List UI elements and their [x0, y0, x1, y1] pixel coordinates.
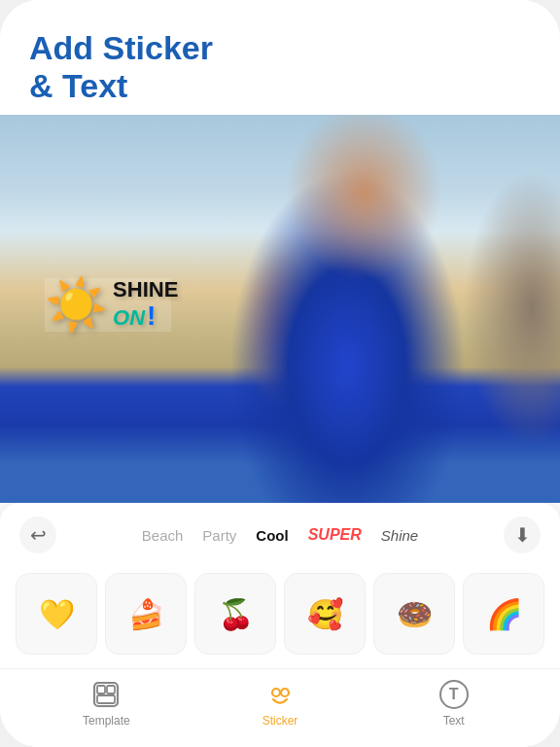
sticker-item-heart[interactable]: 💛: [16, 573, 97, 655]
shine-line2: ON: [113, 306, 145, 330]
sticker-icon: [264, 679, 296, 710]
photo-background: ☀️ SHINE ON !: [0, 115, 560, 503]
sticker-item-donut[interactable]: 🍩: [373, 573, 455, 655]
exclamation-mark: !: [147, 302, 156, 332]
title-line1: Add Sticker: [29, 29, 213, 66]
header: Add Sticker & Text: [0, 0, 560, 115]
text-icon: T: [438, 679, 470, 710]
tab-shine[interactable]: Shine: [381, 527, 418, 544]
sticker-item-cake[interactable]: 🍰: [105, 573, 187, 655]
text-t: T: [439, 680, 469, 709]
svg-rect-2: [107, 686, 115, 694]
shine-on-sticker: ☀️ SHINE ON !: [45, 278, 171, 366]
tab-bar: Template Sticker T Text: [0, 668, 560, 747]
sticker-tab-label: Sticker: [262, 714, 298, 728]
tab-sticker[interactable]: Sticker: [241, 679, 319, 728]
undo-button[interactable]: ↩: [19, 516, 56, 553]
sticker-grid: 💛 🍰 🍒 🥰 🍩 🌈: [0, 563, 560, 668]
tab-party[interactable]: Party: [202, 527, 236, 544]
tab-cool[interactable]: Cool: [256, 527, 288, 544]
love-face-sticker-emoji: 🥰: [307, 597, 343, 631]
bottom-panel: ↩ Beach Party Cool SUPER Shine ⬇ 💛 🍰: [0, 503, 560, 747]
svg-point-4: [272, 689, 280, 696]
title-line2: & Text: [29, 67, 127, 104]
photo-area: ☀️ SHINE ON !: [0, 115, 560, 503]
app-container: Add Sticker & Text ☀️ SHINE ON: [0, 0, 560, 747]
sticker-item-love-face[interactable]: 🥰: [284, 573, 366, 655]
tab-beach[interactable]: Beach: [142, 527, 184, 544]
download-button[interactable]: ⬇: [504, 516, 541, 553]
heart-sticker-emoji: 💛: [39, 597, 75, 631]
cake-sticker-emoji: 🍰: [128, 597, 164, 631]
shine-line1: SHINE: [113, 278, 178, 302]
controls-row: ↩ Beach Party Cool SUPER Shine ⬇: [0, 503, 560, 563]
svg-rect-1: [97, 686, 105, 694]
tab-text[interactable]: T Text: [415, 679, 493, 728]
tab-template[interactable]: Template: [67, 679, 145, 728]
template-tab-label: Template: [83, 714, 130, 728]
sun-emoji-icon: ☀️: [45, 279, 108, 330]
template-icon: [90, 679, 122, 710]
rainbow-sticker-emoji: 🌈: [486, 597, 522, 631]
svg-point-5: [281, 689, 289, 696]
sticker-item-cherry[interactable]: 🍒: [194, 573, 276, 655]
tab-super[interactable]: SUPER: [308, 526, 362, 544]
text-tab-label: Text: [443, 714, 465, 728]
shine-on-text: SHINE ON !: [113, 278, 178, 332]
donut-sticker-emoji: 🍩: [397, 597, 433, 631]
sticker-content: ☀️ SHINE ON !: [45, 278, 171, 332]
download-icon: ⬇: [514, 523, 531, 547]
undo-icon: ↩: [30, 523, 47, 547]
category-tabs: Beach Party Cool SUPER Shine: [56, 526, 504, 544]
svg-rect-3: [97, 695, 115, 703]
cherry-sticker-emoji: 🍒: [218, 597, 254, 631]
page-title: Add Sticker & Text: [29, 29, 531, 105]
sticker-text-block: SHINE ON !: [113, 278, 178, 332]
sticker-overlay[interactable]: ☀️ SHINE ON !: [45, 278, 171, 366]
sticker-item-rainbow[interactable]: 🌈: [463, 573, 544, 655]
